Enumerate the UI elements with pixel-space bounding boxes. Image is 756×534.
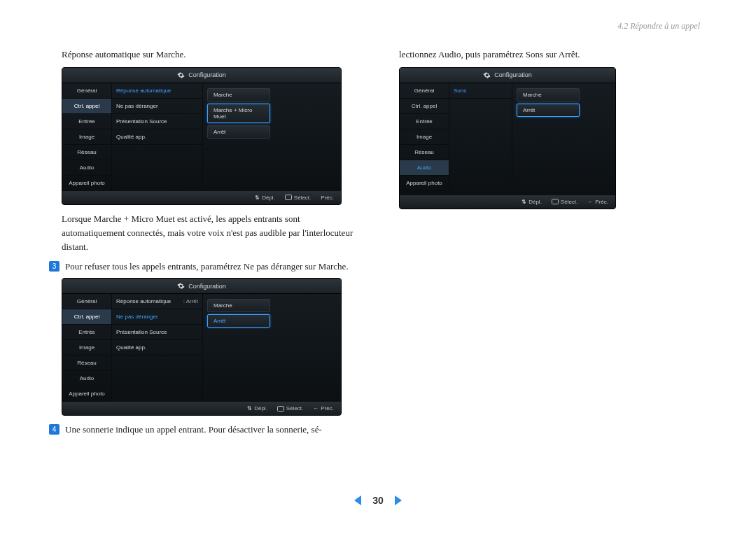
right-column: lectionnez Audio, puis paramétrez Sons s…	[399, 21, 707, 441]
breadcrumb: 4.2 Répondre à un appel	[617, 21, 700, 31]
step-badge-4: 4	[49, 424, 59, 435]
paragraph-micro-muet: Lorsque Marche + Micro Muet est activé, …	[62, 212, 357, 254]
step-3-text: Pour refuser tous les appels entrants, p…	[65, 260, 357, 274]
panel-sidebar: GénéralCtrl. appelEntréeImageRéseauAudio…	[400, 83, 449, 195]
footer-move: ⇅Dépl.	[522, 199, 542, 205]
step-3: 3 Pour refuser tous les appels entrants,…	[49, 260, 357, 274]
panel-body: GénéralCtrl. appelEntréeImageRéseauAudio…	[62, 83, 341, 191]
setting-row[interactable]: Qualité app.	[112, 340, 202, 356]
page-columns: Réponse automatique sur Marche. Configur…	[0, 0, 756, 441]
setting-row[interactable]: Sons	[449, 83, 512, 99]
sidebar-item[interactable]: Réseau	[62, 356, 111, 371]
sidebar-item[interactable]: Entrée	[62, 114, 111, 129]
panel-sidebar: GénéralCtrl. appelEntréeImageRéseauAudio…	[62, 294, 111, 402]
sidebar-item[interactable]: Général	[400, 83, 449, 99]
sidebar-item[interactable]: Général	[62, 294, 111, 309]
footer-back: ←Préc.	[313, 405, 334, 412]
setting-row[interactable]: Réponse automatique: Arrêt	[112, 294, 202, 309]
sidebar-item[interactable]: Ctrl. appel	[62, 99, 111, 114]
setting-row[interactable]: Présentation Source	[112, 325, 202, 340]
sidebar-item[interactable]: Entrée	[62, 325, 111, 340]
panel-footer: ⇅Dépl. Sélect. ←Préc.	[400, 195, 615, 209]
setting-row[interactable]: Ne pas déranger	[112, 99, 202, 114]
footer-move: ⇅Dépl.	[247, 405, 267, 412]
step-4-text: Une sonnerie indique un appel entrant. P…	[65, 423, 357, 437]
option-button[interactable]: Marche	[517, 88, 580, 101]
next-page-arrow[interactable]	[395, 496, 402, 505]
caption-audio-sons: lectionnez Audio, puis paramétrez Sons s…	[399, 48, 707, 62]
panel-title: Configuration	[188, 71, 226, 78]
gear-icon	[177, 282, 185, 290]
sidebar-item[interactable]: Général	[62, 83, 111, 99]
setting-row[interactable]: Présentation Source	[112, 114, 202, 129]
option-button[interactable]: Arrêt	[207, 314, 270, 328]
sidebar-item[interactable]: Audio	[62, 160, 111, 176]
option-button[interactable]: Marche	[207, 88, 270, 101]
setting-row[interactable]: Ne pas déranger	[112, 309, 202, 325]
panel-header: Configuration	[62, 68, 341, 83]
panel-title: Configuration	[188, 283, 226, 290]
sidebar-item[interactable]: Ctrl. appel	[62, 309, 111, 325]
panel-header: Configuration	[62, 279, 341, 294]
sidebar-item[interactable]: Image	[62, 129, 111, 145]
left-column: Réponse automatique sur Marche. Configur…	[49, 21, 357, 441]
page-nav: 30	[0, 495, 756, 506]
panel-options: MarcheMarche + Micro MuetArrêt	[202, 83, 341, 191]
updown-icon: ⇅	[522, 199, 526, 205]
sidebar-item[interactable]: Audio	[62, 371, 111, 386]
gear-icon	[483, 71, 491, 79]
gear-icon	[177, 71, 185, 79]
panel-settings: Réponse automatique: ArrêtNe pas dérange…	[111, 294, 202, 402]
panel-options: MarcheArrêt	[202, 294, 341, 402]
panel-body: GénéralCtrl. appelEntréeImageRéseauAudio…	[62, 294, 341, 402]
sidebar-item[interactable]: Image	[62, 340, 111, 356]
sidebar-item[interactable]: Appareil photo	[400, 176, 449, 191]
caption-auto-answer: Réponse automatique sur Marche.	[62, 48, 357, 62]
sidebar-item[interactable]: Appareil photo	[62, 176, 111, 191]
sidebar-item[interactable]: Appareil photo	[62, 386, 111, 402]
footer-select: Sélect.	[277, 405, 303, 412]
panel-footer: ⇅Dépl. Sélect. Préc.	[62, 191, 341, 204]
panel-body: GénéralCtrl. appelEntréeImageRéseauAudio…	[400, 83, 615, 195]
enter-icon	[277, 406, 284, 412]
panel-settings: Réponse automatiqueNe pas dérangerPrésen…	[111, 83, 202, 191]
sidebar-item[interactable]: Réseau	[400, 145, 449, 160]
option-button[interactable]: Marche	[207, 299, 270, 312]
enter-icon	[285, 195, 292, 200]
step-badge-3: 3	[49, 261, 59, 272]
sidebar-item[interactable]: Entrée	[400, 114, 449, 129]
back-arrow-icon: ←	[587, 199, 593, 205]
config-panel-audio-sons: Configuration GénéralCtrl. appelEntréeIm…	[399, 67, 616, 209]
enter-icon	[552, 199, 559, 204]
setting-row[interactable]: Réponse automatique	[112, 83, 202, 99]
updown-icon: ⇅	[255, 195, 260, 201]
panel-footer: ⇅Dépl. Sélect. ←Préc.	[62, 402, 341, 415]
option-button[interactable]: Marche + Micro Muet	[207, 104, 270, 123]
panel-settings: Sons	[449, 83, 512, 195]
panel-sidebar: GénéralCtrl. appelEntréeImageRéseauAudio…	[62, 83, 111, 191]
config-panel-do-not-disturb: Configuration GénéralCtrl. appelEntréeIm…	[62, 278, 342, 416]
back-arrow-icon: ←	[313, 405, 318, 412]
footer-back: ←Préc.	[587, 199, 608, 205]
footer-select: Sélect.	[285, 195, 311, 201]
footer-select: Sélect.	[552, 199, 578, 205]
footer-move: ⇅Dépl.	[255, 195, 275, 201]
updown-icon: ⇅	[247, 405, 252, 412]
prev-page-arrow[interactable]	[354, 496, 361, 505]
sidebar-item[interactable]: Audio	[400, 160, 449, 176]
sidebar-item[interactable]: Réseau	[62, 145, 111, 160]
option-button[interactable]: Arrêt	[517, 104, 580, 117]
panel-options: MarcheArrêt	[512, 83, 615, 195]
sidebar-item[interactable]: Image	[400, 129, 449, 145]
footer-back: Préc.	[321, 195, 334, 201]
sidebar-item[interactable]: Ctrl. appel	[400, 99, 449, 114]
page-number: 30	[372, 495, 384, 506]
panel-header: Configuration	[400, 68, 615, 83]
config-panel-auto-answer: Configuration GénéralCtrl. appelEntréeIm…	[62, 67, 342, 205]
step-4: 4 Une sonnerie indique un appel entrant.…	[49, 423, 357, 437]
panel-title: Configuration	[494, 71, 532, 78]
option-button[interactable]: Arrêt	[207, 125, 270, 139]
setting-row[interactable]: Qualité app.	[112, 129, 202, 145]
